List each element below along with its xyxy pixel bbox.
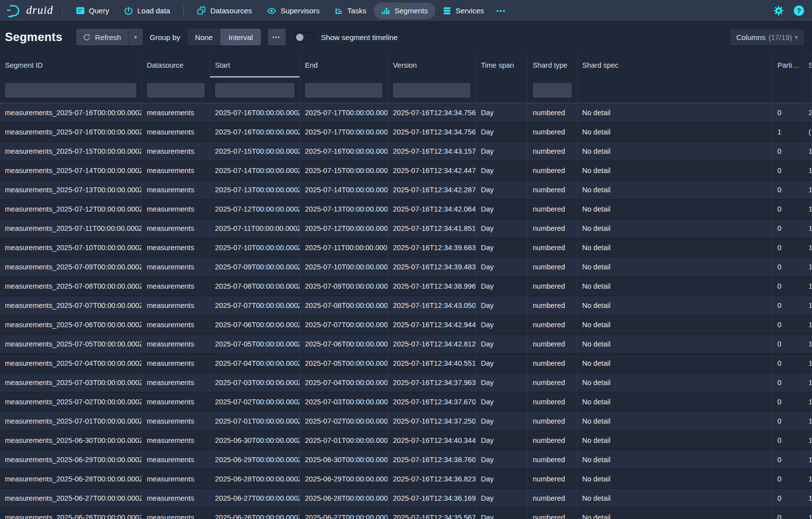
table-row[interactable]: measurements_2025-07-09T00:00:00.000Z...… bbox=[0, 258, 812, 277]
cell-start: 2025-07-10T00:00:00.000Z bbox=[210, 238, 300, 257]
table-row[interactable]: measurements_2025-07-15T00:00:00.000Z...… bbox=[0, 142, 812, 161]
nav-item-tasks[interactable]: Tasks bbox=[327, 2, 374, 19]
toolbar: Segments Refresh ▾ Group by None Interva… bbox=[0, 21, 812, 53]
tasks-icon bbox=[335, 7, 343, 15]
table-row[interactable]: measurements_2025-07-10T00:00:00.000Z...… bbox=[0, 238, 812, 258]
cell-shard_type: numbered bbox=[528, 315, 577, 334]
cell-end: 2025-07-17T00:00:00.000Z bbox=[300, 103, 388, 122]
table-row[interactable]: measurements_2025-07-05T00:00:00.000Z...… bbox=[0, 335, 812, 354]
cell-version: 2025-07-16T12:34:41.851Z bbox=[388, 219, 476, 238]
column-header-version[interactable]: Version bbox=[388, 53, 476, 78]
table-row[interactable]: measurements_2025-06-28T00:00:00.000Z...… bbox=[0, 470, 812, 489]
nav-item-load-data[interactable]: Load data bbox=[117, 2, 178, 19]
refresh-dropdown-caret[interactable]: ▾ bbox=[128, 29, 143, 45]
cell-segment_id: measurements_2025-07-03T00:00:00.000Z... bbox=[0, 373, 142, 392]
cell-shard_type: numbered bbox=[528, 392, 577, 411]
cell-time_span: Day bbox=[476, 103, 528, 122]
cell-start: 2025-07-14T00:00:00.000Z bbox=[210, 161, 300, 180]
column-header-time_span[interactable]: Time span bbox=[476, 53, 528, 78]
cell-time_span: Day bbox=[476, 373, 528, 392]
cell-partition: 0 bbox=[772, 450, 806, 469]
cell-time_span: Day bbox=[476, 180, 528, 199]
cell-segment_id: measurements_2025-07-05T00:00:00.000Z... bbox=[0, 335, 142, 353]
group-by-none-button[interactable]: None bbox=[187, 29, 221, 45]
table-row[interactable]: measurements_2025-07-08T00:00:00.000Z...… bbox=[0, 277, 812, 296]
nav-overflow-button[interactable]: ••• bbox=[491, 7, 511, 14]
logo[interactable]: druid bbox=[6, 3, 53, 19]
filter-input-end[interactable] bbox=[305, 83, 383, 98]
cell-datasource: measurements bbox=[142, 508, 210, 519]
column-header-shard_type[interactable]: Shard type bbox=[528, 53, 577, 78]
table-row[interactable]: measurements_2025-07-13T00:00:00.000Z...… bbox=[0, 180, 812, 200]
cell-shard_type: numbered bbox=[528, 335, 577, 353]
column-header-partition[interactable]: Partiti... bbox=[772, 53, 806, 78]
query-icon bbox=[76, 7, 85, 14]
cell-shard_spec: No detail bbox=[577, 103, 772, 122]
table-row[interactable]: measurements_2025-07-06T00:00:00.000Z...… bbox=[0, 315, 812, 335]
filter-input-datasource[interactable] bbox=[147, 83, 205, 98]
cell-end: 2025-07-03T00:00:00.000Z bbox=[300, 392, 388, 411]
cell-datasource: measurements bbox=[142, 412, 210, 431]
cell-size: 1 bbox=[806, 373, 812, 392]
nav-item-datasources[interactable]: Datasources bbox=[190, 2, 259, 19]
cell-start: 2025-07-16T00:00:00.000Z bbox=[210, 123, 300, 141]
table-row[interactable]: measurements_2025-07-04T00:00:00.000Z...… bbox=[0, 354, 812, 373]
column-header-segment_id[interactable]: Segment ID bbox=[0, 53, 142, 78]
column-header-shard_spec[interactable]: Shard spec bbox=[577, 53, 772, 78]
column-header-end[interactable]: End bbox=[300, 53, 388, 78]
table-row[interactable]: measurements_2025-06-26T00:00:00.000Z...… bbox=[0, 508, 812, 519]
columns-button[interactable]: Columns (17/19) ▾ bbox=[730, 29, 804, 45]
filter-input-shard_type[interactable] bbox=[533, 83, 572, 98]
cell-version: 2025-07-16T12:34:34.756Z bbox=[388, 103, 476, 122]
cell-segment_id: measurements_2025-07-14T00:00:00.000Z... bbox=[0, 161, 142, 180]
table-row[interactable]: measurements_2025-07-01T00:00:00.000Z...… bbox=[0, 412, 812, 431]
columns-count: (17/19) bbox=[769, 33, 792, 42]
table-row[interactable]: measurements_2025-06-29T00:00:00.000Z...… bbox=[0, 450, 812, 470]
table-row[interactable]: measurements_2025-07-16T00:00:00.000Z...… bbox=[0, 103, 812, 123]
cell-partition: 0 bbox=[772, 258, 806, 276]
table-row[interactable]: measurements_2025-07-14T00:00:00.000Z...… bbox=[0, 161, 812, 180]
table-row[interactable]: measurements_2025-07-03T00:00:00.000Z...… bbox=[0, 373, 812, 392]
cell-shard_type: numbered bbox=[528, 296, 577, 315]
cell-size: 1 bbox=[806, 508, 812, 519]
column-header-start[interactable]: Start bbox=[210, 53, 300, 78]
cell-version: 2025-07-16T12:34:38.996Z bbox=[388, 277, 476, 296]
table-row[interactable]: measurements_2025-06-30T00:00:00.000Z...… bbox=[0, 431, 812, 450]
cell-shard_spec: No detail bbox=[577, 238, 772, 257]
table-row[interactable]: measurements_2025-07-12T00:00:00.000Z...… bbox=[0, 200, 812, 219]
more-options-button[interactable]: ••• bbox=[268, 29, 286, 45]
cell-datasource: measurements bbox=[142, 354, 210, 373]
column-header-size[interactable]: S bbox=[806, 53, 812, 78]
table-row[interactable]: measurements_2025-07-11T00:00:00.000Z...… bbox=[0, 219, 812, 238]
cell-datasource: measurements bbox=[142, 219, 210, 238]
table-row[interactable]: measurements_2025-06-27T00:00:00.000Z...… bbox=[0, 489, 812, 508]
cell-start: 2025-07-13T00:00:00.000Z bbox=[210, 180, 300, 199]
filter-input-version[interactable] bbox=[393, 83, 470, 98]
settings-button[interactable] bbox=[773, 5, 784, 16]
cell-datasource: measurements bbox=[142, 489, 210, 508]
cell-size: 2 bbox=[806, 103, 812, 122]
table-row[interactable]: measurements_2025-07-07T00:00:00.000Z...… bbox=[0, 296, 812, 315]
help-button[interactable]: ? bbox=[794, 5, 804, 16]
cell-shard_spec: No detail bbox=[577, 373, 772, 392]
group-by-interval-button[interactable]: Interval bbox=[220, 29, 260, 45]
filter-cell-segment_id bbox=[0, 78, 142, 103]
cell-segment_id: measurements_2025-07-16T00:00:00.000Z... bbox=[0, 103, 142, 122]
cell-start: 2025-07-09T00:00:00.000Z bbox=[210, 258, 300, 276]
cell-shard_spec: No detail bbox=[577, 277, 772, 296]
cell-size: 1 bbox=[806, 354, 812, 373]
cell-version: 2025-07-16T12:34:35.567Z bbox=[388, 508, 476, 519]
filter-input-start[interactable] bbox=[215, 83, 295, 98]
column-header-datasource[interactable]: Datasource bbox=[142, 53, 210, 78]
nav-item-services[interactable]: Services bbox=[435, 2, 492, 19]
nav-item-segments[interactable]: Segments bbox=[374, 2, 435, 19]
table-row[interactable]: measurements_2025-07-16T00:00:00.000Z...… bbox=[0, 123, 812, 142]
table-row[interactable]: measurements_2025-07-02T00:00:00.000Z...… bbox=[0, 392, 812, 412]
segment-timeline-toggle[interactable] bbox=[295, 32, 314, 43]
nav-item-query[interactable]: Query bbox=[69, 2, 117, 19]
nav-item-supervisors[interactable]: Supervisors bbox=[259, 2, 327, 19]
filter-input-segment_id[interactable] bbox=[5, 83, 136, 98]
refresh-button[interactable]: Refresh bbox=[76, 29, 128, 45]
page-title: Segments bbox=[5, 30, 62, 44]
cell-shard_type: numbered bbox=[528, 450, 577, 469]
